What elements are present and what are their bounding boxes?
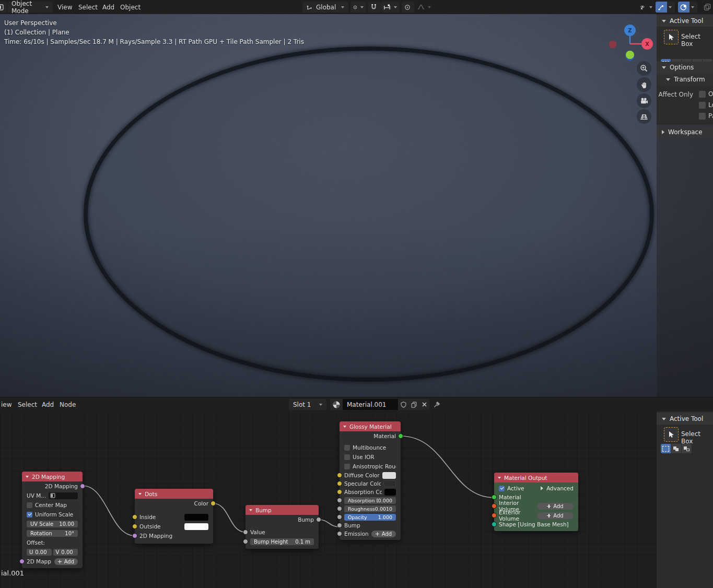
- socket-bump-out[interactable]: [316, 517, 321, 522]
- uv-scale-field[interactable]: UV Scale10.00: [27, 521, 78, 527]
- socket-absorption-density-in[interactable]: [337, 498, 342, 503]
- affect-parents-checkbox[interactable]: [699, 113, 706, 120]
- node-menu-select[interactable]: Select: [15, 397, 40, 411]
- offset-u-field[interactable]: U0.00: [27, 549, 52, 556]
- new-material-button[interactable]: [408, 399, 419, 410]
- menu-select[interactable]: Select: [75, 0, 101, 14]
- outside-color-swatch[interactable]: [184, 523, 208, 530]
- offset-v-field[interactable]: V0.00: [53, 549, 78, 556]
- roughness-field[interactable]: Roughness0.0010: [344, 505, 396, 512]
- zoom-button[interactable]: [637, 61, 651, 76]
- object-visibility-dropdown[interactable]: [638, 2, 654, 13]
- node-2d-mapping-header[interactable]: 2D Mapping: [22, 472, 83, 481]
- node-dots[interactable]: Dots Color Inside Outside 2D Mapping: [135, 489, 213, 544]
- gizmos-dropdown[interactable]: [667, 2, 675, 13]
- socket-2d-mapping-in[interactable]: [19, 559, 25, 564]
- center-map-checkbox[interactable]: [27, 502, 32, 508]
- select-box-tool-button[interactable]: [664, 30, 679, 44]
- axis-x-neg-ball[interactable]: [609, 41, 617, 49]
- perspective-toggle-button[interactable]: [637, 109, 651, 124]
- node-menu-view[interactable]: iew: [0, 397, 15, 411]
- mapping-add-button[interactable]: Add: [54, 558, 78, 565]
- proportional-falloff-dropdown[interactable]: [415, 2, 434, 13]
- socket-color-out[interactable]: [211, 501, 216, 506]
- node-select-mode-set[interactable]: [661, 444, 671, 453]
- emission-add-button[interactable]: Add: [371, 531, 396, 537]
- node-editor-canvas[interactable]: 2D Mapping 2D Mapping UV M... Center Map: [0, 411, 713, 588]
- node-2d-mapping[interactable]: 2D Mapping 2D Mapping UV M... Center Map: [22, 472, 83, 568]
- socket-glossy-bump-in[interactable]: [337, 523, 342, 528]
- socket-interior-in[interactable]: [492, 503, 497, 509]
- panel-active-tool[interactable]: Active Tool: [657, 15, 713, 27]
- socket-2d-mapping-out[interactable]: [80, 484, 85, 489]
- bump-height-field[interactable]: Bump Height0.1 m: [250, 538, 314, 545]
- socket-material-out[interactable]: [398, 433, 403, 439]
- panel-workspace[interactable]: Workspace: [657, 126, 713, 138]
- absorption-density-field[interactable]: Absorption De0.000: [344, 497, 396, 504]
- inside-color-swatch[interactable]: [184, 514, 208, 521]
- xray-toggle[interactable]: [702, 2, 713, 13]
- socket-outside-in[interactable]: [132, 524, 137, 529]
- node-panel-active-tool[interactable]: Active Tool: [657, 413, 713, 425]
- affect-locations-checkbox[interactable]: [699, 102, 706, 109]
- specular-color-swatch[interactable]: [383, 480, 396, 487]
- socket-output-material-in[interactable]: [492, 495, 497, 500]
- socket-exterior-in[interactable]: [492, 513, 497, 518]
- menu-add[interactable]: Add: [99, 0, 118, 14]
- axis-y-ball[interactable]: [626, 51, 634, 59]
- socket-diffuse-in[interactable]: [337, 473, 342, 478]
- fake-user-button[interactable]: [398, 399, 408, 410]
- socket-opacity-in[interactable]: [337, 514, 342, 520]
- absorption-color-swatch[interactable]: [384, 489, 396, 496]
- proportional-editing-button[interactable]: [402, 2, 414, 13]
- material-browse-button[interactable]: [330, 399, 343, 410]
- affect-origins-checkbox[interactable]: [699, 91, 706, 98]
- rotation-field[interactable]: Rotation10°: [27, 530, 78, 537]
- panel-transform[interactable]: Transform: [657, 74, 713, 85]
- active-checkbox[interactable]: [499, 486, 505, 491]
- navigation-gizmo[interactable]: Z X: [606, 18, 658, 65]
- exterior-add-button[interactable]: Add: [537, 512, 574, 519]
- snap-toggle-button[interactable]: [368, 2, 380, 13]
- overlays-toggle[interactable]: [678, 2, 689, 13]
- menu-object[interactable]: Object: [117, 0, 144, 14]
- material-name-field[interactable]: Material.001: [343, 399, 398, 410]
- transform-orientation-dropdown[interactable]: Global: [302, 2, 348, 13]
- socket-inside-in[interactable]: [132, 514, 137, 520]
- node-glossy-material[interactable]: Glossy Material Material Multibounce Use…: [340, 421, 401, 540]
- node-select-box-tool-button[interactable]: [664, 427, 679, 442]
- socket-absorption-color-in[interactable]: [337, 489, 342, 495]
- use-ior-checkbox[interactable]: [344, 454, 350, 460]
- editor-type-button[interactable]: [0, 2, 7, 13]
- camera-view-button[interactable]: [637, 93, 651, 108]
- viewport-3d[interactable]: User Perspective (1) Collection | Plane …: [0, 14, 713, 397]
- socket-emission-in[interactable]: [337, 531, 342, 536]
- node-menu-add[interactable]: Add: [39, 397, 57, 411]
- node-output-header[interactable]: Material Output: [494, 473, 578, 483]
- socket-dots-mapping-in[interactable]: [132, 533, 137, 538]
- mode-dropdown[interactable]: Object Mode: [7, 2, 53, 13]
- node-material-output[interactable]: Material Output Active Advanced Material…: [494, 473, 578, 531]
- panel-options[interactable]: Options: [657, 62, 713, 73]
- socket-roughness-in[interactable]: [337, 506, 342, 511]
- node-select-mode-subtract[interactable]: [682, 444, 692, 453]
- gizmos-toggle[interactable]: [656, 2, 667, 13]
- node-glossy-header[interactable]: Glossy Material: [340, 421, 401, 431]
- overlays-dropdown[interactable]: [689, 2, 697, 13]
- node-bump[interactable]: Bump Bump Value Bump Height0.1 m: [246, 505, 319, 549]
- uniform-scale-checkbox[interactable]: [27, 512, 32, 518]
- multibounce-checkbox[interactable]: [344, 445, 350, 451]
- pin-button[interactable]: [433, 401, 441, 410]
- node-dots-header[interactable]: Dots: [135, 489, 213, 499]
- interior-add-button[interactable]: Add: [537, 503, 574, 510]
- slot-dropdown[interactable]: Slot 1: [289, 399, 326, 410]
- snap-type-dropdown[interactable]: [381, 2, 400, 13]
- opacity-field[interactable]: Opacity1.000: [344, 514, 396, 521]
- socket-bump-height-in[interactable]: [243, 539, 248, 544]
- pan-button[interactable]: [637, 77, 651, 92]
- diffuse-color-swatch[interactable]: [382, 472, 396, 479]
- socket-shape-in[interactable]: [492, 522, 497, 527]
- node-bump-header[interactable]: Bump: [246, 505, 319, 515]
- unlink-material-button[interactable]: [419, 399, 429, 410]
- uv-map-field[interactable]: [49, 492, 78, 499]
